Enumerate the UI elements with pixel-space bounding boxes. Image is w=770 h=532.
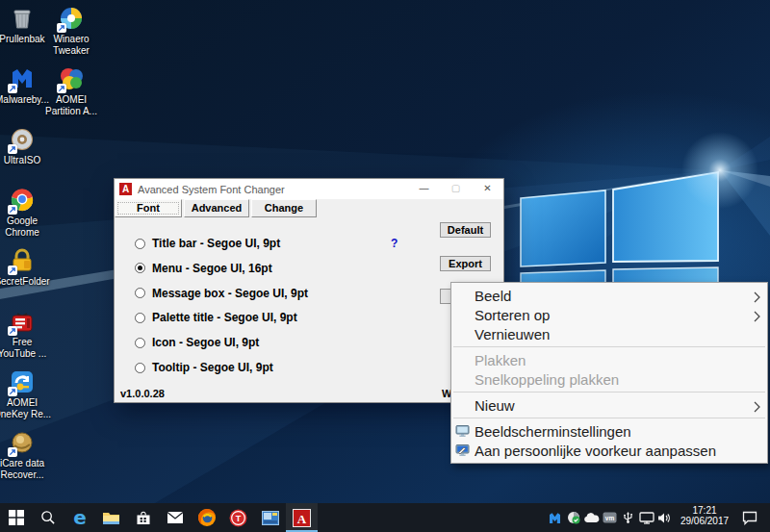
minimize-button[interactable]: — bbox=[408, 179, 440, 199]
taskbar-start-icon[interactable] bbox=[0, 503, 32, 532]
recycle-bin-icon bbox=[7, 5, 38, 32]
font-option-label: Title bar - Segoe UI, 9pt bbox=[152, 237, 280, 250]
taskbar-system-app-icon[interactable] bbox=[254, 503, 286, 532]
tab-advanced[interactable]: Advanced bbox=[184, 199, 249, 217]
menu-separator bbox=[453, 392, 765, 393]
menu-item-vernieuwen[interactable]: Vernieuwen bbox=[451, 324, 767, 343]
personalize-icon bbox=[455, 443, 471, 457]
menu-item-beeldscherminstellingen[interactable]: Beeldscherminstellingen bbox=[451, 421, 767, 441]
taskbar-clock[interactable]: 17:21 29/06/2017 bbox=[674, 503, 735, 532]
malwarebytes-icon bbox=[7, 65, 38, 92]
taskbar-t-app-icon[interactable]: T bbox=[222, 503, 254, 532]
radio-button[interactable] bbox=[135, 313, 145, 323]
clock-time: 17:21 bbox=[674, 505, 735, 516]
desktop-icon-youtube[interactable]: FreeYouTube ... bbox=[0, 308, 51, 360]
taskbar-file-explorer-icon[interactable] bbox=[95, 503, 127, 532]
default-button[interactable]: Default bbox=[440, 222, 491, 238]
taskbar-font-changer-icon[interactable]: A bbox=[286, 503, 318, 532]
font-option[interactable]: Icon - Segoe UI, 9pt bbox=[135, 336, 259, 349]
desktop-icon-label: WinaeroTweaker bbox=[42, 34, 100, 57]
font-option[interactable]: Palette title - Segoe UI, 9pt bbox=[135, 311, 297, 324]
display-settings-icon bbox=[455, 424, 471, 438]
svg-text:A: A bbox=[297, 511, 307, 525]
tray-usb-icon[interactable] bbox=[619, 511, 637, 524]
desktop-icon-secretfolder[interactable]: SecretFolder bbox=[0, 247, 51, 288]
shortcut-arrow-icon bbox=[57, 23, 66, 33]
app-icon: A bbox=[119, 183, 132, 195]
tray-display-icon[interactable] bbox=[637, 512, 655, 524]
secretfolder-icon bbox=[7, 247, 38, 274]
version-label: v1.0.0.28 bbox=[120, 388, 165, 399]
font-option-label: Message box - Segoe UI, 9pt bbox=[152, 287, 308, 300]
export-button[interactable]: Export bbox=[440, 256, 491, 271]
taskbar-store-icon[interactable] bbox=[127, 503, 159, 532]
menu-item-nieuw[interactable]: Nieuw bbox=[451, 395, 767, 415]
radio-button-selected[interactable] bbox=[135, 263, 145, 273]
font-option[interactable]: Tooltip - Segoe UI, 9pt bbox=[135, 361, 273, 374]
desktop: PrullenbakWinaeroTweakerMalwareby...AOME… bbox=[0, 0, 770, 532]
menu-item-plakken: Plakken bbox=[451, 350, 767, 369]
tab-change[interactable]: Change bbox=[251, 199, 317, 217]
font-option-label: Palette title - Segoe UI, 9pt bbox=[152, 311, 297, 324]
status-bar: v1.0.0.28 Wi bbox=[115, 386, 503, 402]
action-center-icon[interactable] bbox=[735, 503, 764, 532]
desktop-icon-label: UltraISO bbox=[0, 155, 51, 166]
menu-item-aan-persoonlijke-voorkeur-aanpassen[interactable]: Aan persoonlijke voorkeur aanpassen bbox=[451, 441, 767, 460]
shortcut-arrow-icon bbox=[8, 266, 17, 275]
menu-item-label: Vernieuwen bbox=[475, 326, 550, 342]
tray-pie-status-icon[interactable] bbox=[564, 511, 582, 524]
svg-text:T: T bbox=[236, 514, 242, 523]
desktop-icon-chrome[interactable]: GoogleChrome bbox=[0, 187, 51, 239]
svg-text:vm: vm bbox=[605, 515, 615, 521]
radio-button[interactable] bbox=[135, 363, 145, 373]
desktop-icon-aomei-partition[interactable]: AOMEIPartition A... bbox=[42, 65, 100, 117]
desktop-icon-label: iCare dataRecover... bbox=[0, 458, 51, 481]
tab-font[interactable]: Font bbox=[115, 199, 182, 217]
font-option[interactable]: Message box - Segoe UI, 9pt bbox=[135, 287, 308, 300]
taskbar: eTA vm 17:21 29/06/2017 bbox=[0, 503, 770, 532]
svg-text:e: e bbox=[73, 508, 87, 527]
shortcut-arrow-icon bbox=[8, 387, 17, 396]
taskbar-mail-icon[interactable] bbox=[159, 503, 191, 532]
radio-button[interactable] bbox=[135, 288, 145, 298]
tray-vmware-icon[interactable]: vm bbox=[601, 512, 619, 523]
close-button[interactable]: ✕ bbox=[472, 179, 503, 199]
radio-button[interactable] bbox=[135, 239, 145, 249]
window-title: Avanced System Font Changer bbox=[138, 184, 285, 195]
chrome-icon bbox=[7, 187, 38, 214]
shortcut-arrow-icon bbox=[8, 447, 17, 457]
desktop-icon-ultraiso[interactable]: UltraISO bbox=[0, 126, 51, 166]
desktop-icon-aomei-onekey[interactable]: AOMEIOneKey Re... bbox=[0, 368, 51, 420]
ultraiso-icon bbox=[7, 126, 38, 153]
youtube-icon bbox=[7, 308, 38, 335]
desktop-icon-icare[interactable]: iCare dataRecover... bbox=[0, 429, 51, 481]
desktop-icon-winaero[interactable]: WinaeroTweaker bbox=[42, 5, 100, 57]
font-option-label: Tooltip - Segoe UI, 9pt bbox=[152, 361, 273, 374]
icare-icon bbox=[7, 429, 38, 456]
taskbar-edge-icon[interactable]: e bbox=[64, 503, 95, 532]
menu-item-sorteren-op[interactable]: Sorteren op bbox=[451, 305, 767, 324]
help-question-mark[interactable]: ? bbox=[391, 237, 398, 250]
menu-item-beeld[interactable]: Beeld bbox=[451, 286, 767, 305]
maximize-button[interactable]: ▢ bbox=[440, 179, 472, 199]
menu-item-label: Sorteren op bbox=[475, 307, 550, 323]
desktop-icon-label: AOMEIOneKey Re... bbox=[0, 397, 51, 420]
shortcut-arrow-icon bbox=[8, 144, 17, 154]
shortcut-arrow-icon bbox=[8, 205, 17, 215]
taskbar-firefox-icon[interactable] bbox=[191, 503, 222, 532]
window-titlebar[interactable]: A Avanced System Font Changer — ▢ ✕ bbox=[115, 179, 503, 199]
shortcut-arrow-icon bbox=[8, 326, 17, 336]
tray-malwarebytes-tray-icon[interactable] bbox=[546, 512, 564, 524]
tray-volume-icon[interactable] bbox=[655, 512, 674, 524]
app-window: A Avanced System Font Changer — ▢ ✕ Font… bbox=[114, 178, 504, 403]
tray-onedrive-icon[interactable] bbox=[582, 513, 601, 523]
desktop-icon-label: GoogleChrome bbox=[0, 215, 51, 239]
taskbar-search-icon[interactable] bbox=[32, 503, 64, 532]
menu-item-snelkoppeling-plakken: Snelkoppeling plakken bbox=[451, 369, 767, 389]
shortcut-arrow-icon bbox=[8, 84, 17, 93]
font-option[interactable]: Menu - Segoe UI, 16pt bbox=[135, 262, 272, 275]
desktop-icon-label: SecretFolder bbox=[0, 276, 51, 288]
font-option[interactable]: Title bar - Segoe UI, 9pt bbox=[135, 237, 280, 250]
radio-button[interactable] bbox=[135, 338, 145, 348]
menu-item-label: Plakken bbox=[475, 352, 526, 368]
